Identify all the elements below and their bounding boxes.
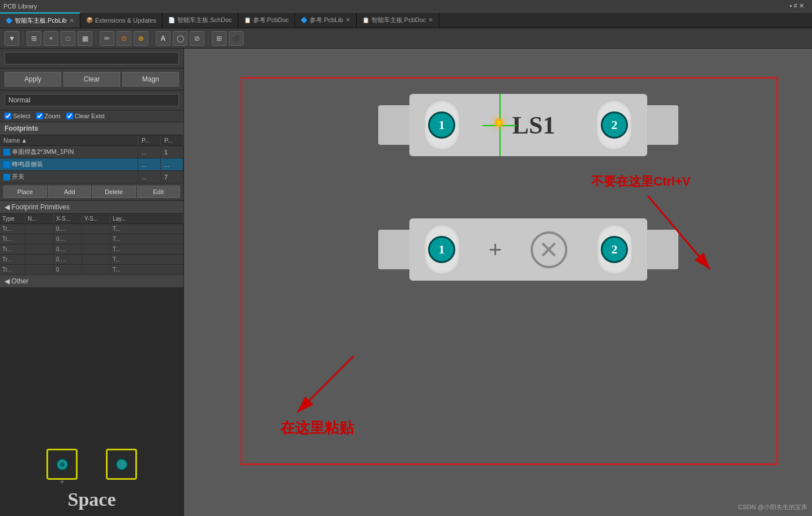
delete-button[interactable]: Delete	[92, 186, 136, 198]
toolbar-rect-btn[interactable]: □	[61, 31, 75, 46]
fp-col-p2[interactable]: P...	[161, 135, 183, 145]
space-right-pad	[116, 458, 128, 471]
edit-button[interactable]: Edit	[137, 186, 181, 198]
bottom-cross-symbol	[531, 231, 567, 268]
prim-ys-3	[82, 255, 110, 264]
bottom-body: 1 + 2	[409, 218, 647, 281]
prim-lay-2: T...	[110, 244, 183, 254]
prim-lay-1: T...	[110, 234, 183, 244]
primitives-collapse-icon: ◀	[5, 203, 11, 211]
toolbar-chart-btn[interactable]: ▦	[78, 31, 92, 46]
tab-refpcblib[interactable]: 🔷 参考.PcbLib ✕	[295, 12, 357, 28]
add-button[interactable]: Add	[48, 186, 92, 198]
clear-exist-checkbox[interactable]	[66, 113, 73, 119]
prim-n-3	[25, 255, 54, 264]
toolbar-id-btn[interactable]: ⊞	[27, 31, 41, 46]
fp-row-0[interactable]: 单面焊盘2*3MM_1PIN ... 1	[0, 146, 183, 158]
tab-mainpcb[interactable]: 📋 智能车主板.PcbDoc ✕	[357, 12, 440, 28]
toolbar-cut-btn[interactable]: ⊘	[190, 31, 204, 46]
fp-icon-0	[3, 149, 10, 156]
toolbar-sep-2	[96, 32, 96, 45]
tab-label-refpcb: 参考.PcbDoc	[253, 16, 289, 24]
footprints-title: Footprints	[5, 124, 38, 132]
space-left-pad	[56, 458, 69, 471]
space-left-pad-inner	[60, 462, 65, 467]
prim-lay-3: T...	[110, 255, 183, 264]
crosshair-area	[499, 94, 501, 156]
prim-table-body: Tr... 0.... T... Tr... 0.... T... Tr...	[0, 224, 183, 275]
prim-row-1[interactable]: Tr... 0.... T...	[0, 234, 183, 244]
bottom-left-tab	[378, 230, 412, 269]
fp-row-1[interactable]: 蜂鸣器侧装 ... ...	[0, 158, 183, 171]
canvas-area[interactable]: 1 LS1 2	[184, 49, 812, 516]
toolbar-plus-btn[interactable]: +	[44, 31, 58, 46]
fp-row-2[interactable]: 开关 ... 7	[0, 171, 183, 183]
tab-icon-reflib: 🔷	[301, 17, 307, 23]
prim-row-3[interactable]: Tr... 0.... T...	[0, 255, 183, 265]
toolbar-circle-btn[interactable]: ⊙	[117, 31, 131, 46]
fp-cell-p2-0: 1	[161, 146, 183, 158]
prim-xs-0: 0....	[54, 224, 82, 234]
bottom-pad-1-inner: 1	[428, 236, 455, 263]
other-title: Other	[11, 277, 28, 285]
toolbar-filter-btn[interactable]: ▼	[5, 31, 19, 46]
prim-n-0	[25, 224, 54, 234]
primitives-header[interactable]: ◀ Footprint Primitives	[0, 201, 183, 214]
select-checkbox[interactable]	[5, 113, 11, 119]
zoom-checkbox[interactable]	[36, 113, 43, 119]
prim-n-2	[25, 244, 54, 254]
prim-row-2[interactable]: Tr... 0.... T...	[0, 244, 183, 255]
tab-schdoc[interactable]: 📄 智能车主板.SchDoc	[163, 12, 238, 28]
tab-close-pcblib[interactable]: ✕	[69, 17, 74, 24]
toolbar-text-btn[interactable]: A	[156, 31, 170, 46]
fp-name-1: 蜂鸣器侧装	[12, 160, 43, 169]
prim-n-4	[25, 265, 54, 274]
ls1-pad-2: 2	[596, 100, 632, 150]
tab-refpcb[interactable]: 📋 参考.PcbDoc	[238, 12, 296, 28]
other-header[interactable]: ◀ Other	[0, 275, 183, 288]
space-right-component	[106, 449, 137, 480]
prim-lay-0: T...	[110, 224, 183, 234]
normal-select[interactable]: Normal Large Small	[5, 94, 179, 106]
tab-close-mainpcb[interactable]: ✕	[428, 16, 433, 24]
fp-cell-p2-1: ...	[161, 158, 183, 170]
prim-col-ys: Y-S...	[82, 214, 110, 223]
toolbar-brush-btn[interactable]: ✏	[100, 31, 114, 46]
toolbar-grid-btn[interactable]: ⊞	[212, 31, 226, 46]
tab-icon-mainpcb: 📋	[362, 17, 369, 23]
magnify-button[interactable]: Magn	[122, 72, 179, 87]
toolbar-square-btn[interactable]: ⬛	[229, 31, 243, 46]
fp-table-header: Name ▲ P... P...	[0, 135, 183, 146]
watermark: CSDN @小阳先生的宝库	[738, 503, 807, 511]
prim-lay-4: T...	[110, 265, 183, 274]
normal-row: Normal Large Small	[0, 91, 183, 110]
apply-button[interactable]: Apply	[5, 72, 61, 87]
panel-title-text: PCB Library	[3, 3, 37, 10]
fp-col-p1[interactable]: P...	[138, 135, 161, 145]
mask-select[interactable]	[5, 52, 179, 64]
tab-close-reflib[interactable]: ✕	[345, 16, 351, 24]
clear-button[interactable]: Clear	[63, 72, 120, 87]
button-row: Apply Clear Magn	[0, 68, 183, 91]
prim-row-4[interactable]: Tr... 0 T...	[0, 265, 183, 275]
fp-col-name[interactable]: Name ▲	[0, 135, 138, 145]
toolbar-pin-btn[interactable]: ⊕	[134, 31, 148, 46]
prim-table-header: Type N... X-S... Y-S... Lay...	[0, 214, 183, 224]
fp-name-0: 单面焊盘2*3MM_1PIN	[12, 148, 74, 156]
select-label: Select	[13, 113, 31, 119]
place-button[interactable]: Place	[3, 186, 47, 198]
prim-row-0[interactable]: Tr... 0.... T...	[0, 224, 183, 234]
ls1-label: LS1	[512, 111, 555, 140]
fp-icon-1	[3, 161, 10, 168]
toolbar-arc-btn[interactable]: ◯	[173, 31, 187, 46]
top-bar-pin[interactable]: ▪ # ✕	[790, 2, 804, 10]
tab-icon-refpcb: 📋	[244, 17, 251, 23]
tab-icon-pcblib: 🔷	[6, 18, 12, 24]
tab-extensions[interactable]: 📦 Extensions & Updates	[80, 12, 163, 28]
prim-n-1	[25, 234, 54, 244]
prim-type-2: Tr...	[0, 244, 25, 254]
tab-pcblib[interactable]: 🔷 智能车主板.PcbLib ✕	[0, 12, 80, 28]
prim-ys-1	[82, 234, 110, 244]
prim-type-1: Tr...	[0, 234, 25, 244]
svg-line-3	[297, 356, 354, 412]
